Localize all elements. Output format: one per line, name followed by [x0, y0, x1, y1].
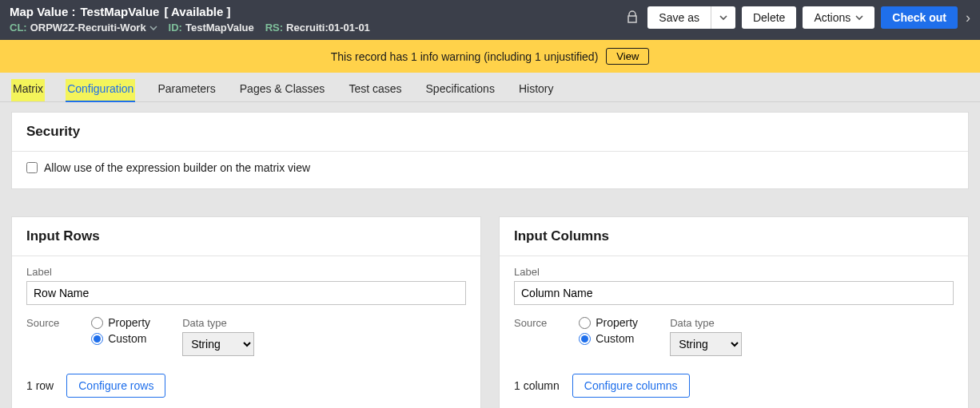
security-checkbox-label: Allow use of the expression builder on t…	[44, 161, 310, 174]
id-label: ID:	[169, 22, 182, 34]
tab-pages-classes[interactable]: Pages & Classes	[238, 79, 327, 101]
tab-matrix[interactable]: Matrix	[11, 79, 45, 101]
tab-history[interactable]: History	[517, 79, 556, 101]
cols-label-field: Label	[514, 266, 954, 305]
input-columns-card: Input Columns Label Source Property	[499, 216, 969, 408]
rows-radio-property-input[interactable]	[91, 317, 103, 329]
security-card: Security Allow use of the expression bui…	[11, 112, 969, 189]
rows-datatype-select[interactable]: String	[182, 332, 254, 356]
content-area: Security Allow use of the expression bui…	[0, 112, 980, 408]
cols-radio-property-input[interactable]	[579, 317, 591, 329]
header-title: Map Value : TestMapValue [ Available ]	[10, 5, 623, 18]
cols-radio-custom[interactable]: Custom	[579, 332, 638, 345]
cols-footer: 1 column Configure columns	[514, 374, 954, 398]
cl-group[interactable]: CL: ORPW2Z-Recruiti-Work	[10, 22, 157, 34]
checkout-button[interactable]: Check out	[881, 6, 958, 29]
cols-source-label-col: Source	[514, 316, 547, 329]
rows-count: 1 row	[26, 379, 54, 392]
cols-radio-property[interactable]: Property	[579, 316, 638, 329]
save-as-caret[interactable]	[711, 6, 735, 29]
cols-datatype-label: Data type	[670, 317, 715, 329]
cl-value: ORPW2Z-Recruiti-Work	[30, 22, 146, 34]
save-as-button[interactable]: Save as	[647, 6, 711, 29]
tab-configuration[interactable]: Configuration	[66, 79, 135, 101]
cols-count: 1 column	[514, 379, 560, 392]
rows-label-input[interactable]	[26, 281, 466, 305]
rows-radio-custom-label: Custom	[108, 332, 146, 345]
rows-datatype-label: Data type	[182, 317, 227, 329]
rs-value: Recruiti:01-01-01	[286, 22, 370, 34]
delete-button[interactable]: Delete	[742, 6, 796, 29]
header-meta: CL: ORPW2Z-Recruiti-Work ID: TestMapValu…	[10, 22, 623, 34]
warning-text: This record has 1 info warning (includin…	[331, 50, 599, 63]
cols-label-input[interactable]	[514, 281, 954, 305]
tab-bar: Matrix Configuration Parameters Pages & …	[0, 73, 980, 102]
configure-columns-button[interactable]: Configure columns	[572, 374, 690, 398]
rows-label-field: Label	[26, 266, 466, 305]
warning-view-button[interactable]: View	[606, 48, 649, 65]
record-status: [ Available ]	[164, 5, 230, 18]
header-actions: Save as Delete Actions Check out ›	[623, 5, 970, 29]
rows-radio-custom[interactable]: Custom	[91, 332, 150, 345]
header-left: Map Value : TestMapValue [ Available ] C…	[10, 5, 623, 34]
rs-group: RS: Recruiti:01-01-01	[265, 22, 370, 34]
rows-datatype-col: Data type String	[182, 316, 254, 356]
input-rows-card: Input Rows Label Source Property	[11, 216, 481, 408]
rows-radio-custom-input[interactable]	[91, 333, 103, 345]
cols-source-radios: Property Custom	[579, 316, 638, 345]
rows-footer: 1 row Configure rows	[26, 374, 466, 398]
actions-label: Actions	[814, 11, 851, 24]
tab-parameters[interactable]: Parameters	[156, 79, 217, 101]
cols-label-label: Label	[514, 266, 954, 278]
rows-source-label-col: Source	[26, 316, 59, 329]
id-value: TestMapValue	[185, 22, 254, 34]
cols-source-label: Source	[514, 317, 547, 329]
rows-radio-property-label: Property	[108, 316, 150, 329]
chevron-down-icon	[149, 24, 157, 32]
record-type: Map Value :	[10, 5, 76, 18]
rows-radio-property[interactable]: Property	[91, 316, 150, 329]
record-name: TestMapValue	[81, 5, 160, 18]
chevron-down-icon	[719, 14, 727, 22]
rs-label: RS:	[265, 22, 283, 34]
rows-source-label: Source	[26, 317, 59, 329]
cl-label: CL:	[10, 22, 27, 34]
cols-source-row: Source Property Custom Data type	[514, 316, 954, 356]
rows-source-row: Source Property Custom Data type	[26, 316, 466, 356]
cols-radio-custom-label: Custom	[596, 332, 634, 345]
configure-rows-button[interactable]: Configure rows	[66, 374, 165, 398]
header-bar: Map Value : TestMapValue [ Available ] C…	[0, 0, 980, 40]
chevron-right-icon[interactable]: ›	[966, 10, 970, 26]
cols-radio-property-label: Property	[596, 316, 638, 329]
id-group: ID: TestMapValue	[169, 22, 254, 34]
security-checkbox-row[interactable]: Allow use of the expression builder on t…	[26, 161, 954, 174]
warning-bar: This record has 1 info warning (includin…	[0, 40, 980, 73]
actions-button[interactable]: Actions	[803, 6, 874, 29]
save-as-split: Save as	[647, 6, 735, 29]
security-title: Security	[12, 113, 968, 152]
cols-datatype-col: Data type String	[670, 316, 742, 356]
tab-specifications[interactable]: Specifications	[424, 79, 496, 101]
cols-radio-custom-input[interactable]	[579, 333, 591, 345]
rows-label-label: Label	[26, 266, 466, 278]
lock-icon	[623, 10, 641, 26]
input-rows-title: Input Rows	[12, 217, 480, 256]
inputs-row: Input Rows Label Source Property	[11, 207, 969, 408]
rows-source-radios: Property Custom	[91, 316, 150, 345]
tab-test-cases[interactable]: Test cases	[347, 79, 403, 101]
input-columns-title: Input Columns	[500, 217, 968, 256]
allow-expression-builder-checkbox[interactable]	[26, 162, 38, 173]
chevron-down-icon	[855, 14, 863, 22]
cols-datatype-select[interactable]: String	[670, 332, 742, 356]
